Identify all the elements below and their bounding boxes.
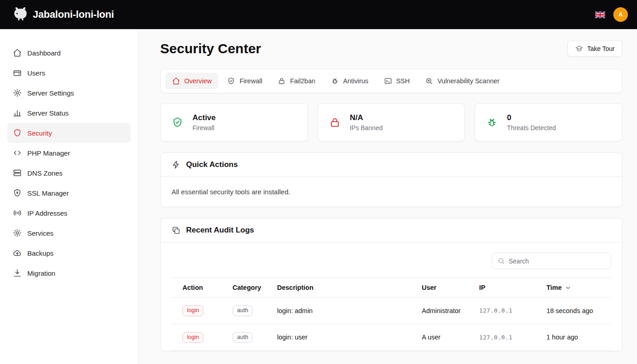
bull-logo-icon	[9, 5, 28, 24]
column-header-action: Action	[172, 278, 233, 298]
sidebar-item-backups[interactable]: Backups	[7, 243, 131, 263]
time-cell: 18 seconds ago	[546, 298, 611, 324]
shield-lock-icon	[13, 188, 22, 197]
user-cell: Administrator	[422, 298, 479, 324]
security-tabs: Overview Firewall Fail2ban Antivirus SSH…	[160, 69, 622, 93]
sidebar-item-label: Server Settings	[27, 89, 74, 97]
action-badge: login	[182, 332, 203, 343]
user-avatar[interactable]: A	[613, 7, 628, 22]
broadcast-icon	[13, 208, 22, 217]
sidebar-item-migration[interactable]: Migration	[7, 263, 131, 283]
search-box	[492, 253, 611, 269]
column-header-user: User	[422, 278, 479, 298]
quick-actions-card: Quick Actions All essential security too…	[160, 152, 622, 207]
column-header-description: Description	[277, 278, 422, 298]
code-icon	[13, 148, 22, 157]
category-badge: auth	[233, 305, 253, 316]
tab-fail2ban[interactable]: Fail2ban	[271, 73, 322, 89]
search-icon	[497, 257, 505, 265]
sidebar-item-dashboard[interactable]: Dashboard	[7, 43, 131, 63]
tab-firewall[interactable]: Firewall	[220, 73, 269, 89]
audit-logs-table: Action Category Description User IP Time	[172, 278, 611, 351]
lock-icon	[278, 77, 286, 85]
audit-logs-title: Recent Audit Logs	[186, 226, 254, 235]
user-cell: A user	[422, 324, 479, 351]
column-header-ip: IP	[479, 278, 546, 298]
gear-icon	[13, 88, 22, 97]
column-header-time-label: Time	[546, 284, 562, 291]
sidebar-item-security[interactable]: Security	[7, 123, 131, 143]
stat-card-ips-banned: N/A IPs Banned	[318, 103, 465, 142]
tab-label: Vulnerability Scanner	[437, 77, 499, 85]
take-tour-label: Take Tour	[587, 45, 615, 52]
stat-label: Threats Detected	[507, 124, 556, 131]
sidebar-item-users[interactable]: Users	[7, 63, 131, 83]
language-flag-icon[interactable]	[595, 11, 605, 18]
table-row[interactable]: login auth login: admin Administrator 12…	[172, 298, 611, 324]
category-badge: auth	[233, 332, 253, 343]
stat-label: IPs Banned	[350, 124, 383, 131]
search-input[interactable]	[509, 258, 606, 265]
table-header-row: Action Category Description User IP Time	[172, 278, 611, 298]
sidebar-item-label: DNS Zones	[27, 169, 63, 177]
sidebar-item-server-settings[interactable]: Server Settings	[7, 83, 131, 103]
lock-icon	[329, 116, 341, 128]
shield-icon	[13, 128, 22, 137]
sidebar-item-services[interactable]: Services	[7, 223, 131, 243]
stat-value: Active	[192, 113, 216, 122]
sidebar-item-label: Backups	[27, 249, 54, 257]
stat-value: 0	[507, 113, 556, 122]
tab-vulnerability-scanner[interactable]: Vulnerability Scanner	[418, 73, 506, 89]
sidebar-item-server-status[interactable]: Server Status	[7, 103, 131, 123]
sidebar-item-dns-zones[interactable]: DNS Zones	[7, 163, 131, 183]
ip-cell: 127.0.0.1	[479, 298, 546, 324]
description-cell: login: user	[277, 324, 422, 351]
tab-label: Antivirus	[343, 77, 369, 85]
stat-card-firewall: Active Firewall	[160, 103, 308, 142]
sidebar-item-label: PHP Manager	[27, 149, 70, 157]
graduation-cap-icon	[575, 45, 583, 53]
page-title: Security Center	[160, 41, 261, 56]
tab-overview[interactable]: Overview	[165, 73, 218, 89]
sidebar-item-php-manager[interactable]: PHP Manager	[7, 143, 131, 163]
tab-label: Firewall	[239, 77, 262, 85]
time-sort-control[interactable]: Time	[546, 284, 571, 291]
stat-label: Firewall	[192, 124, 216, 131]
sidebar-item-ssl-manager[interactable]: SSL Manager	[7, 183, 131, 203]
tab-antivirus[interactable]: Antivirus	[324, 73, 375, 89]
quick-actions-title: Quick Actions	[186, 160, 238, 169]
brand[interactable]: Jabaloni-loni-loni	[9, 5, 114, 24]
description-cell: login: admin	[277, 298, 422, 324]
wallet-icon	[13, 68, 22, 77]
download-icon	[13, 268, 22, 278]
tab-label: Fail2ban	[290, 77, 315, 85]
lightning-icon	[172, 160, 181, 169]
bug-icon	[331, 77, 339, 85]
scanner-icon	[425, 77, 433, 85]
time-cell: 1 hour ago	[546, 324, 611, 351]
sidebar-item-label: Users	[27, 69, 45, 77]
stat-card-threats: 0 Threats Detected	[475, 103, 622, 142]
tab-ssh[interactable]: SSH	[377, 73, 417, 89]
tab-label: SSH	[396, 77, 410, 85]
sidebar-item-label: IP Addresses	[27, 209, 67, 217]
sidebar-item-label: Server Status	[27, 109, 69, 117]
table-row[interactable]: login auth login: user A user 127.0.0.1 …	[172, 324, 611, 351]
server-icon	[13, 168, 22, 177]
sidebar-item-label: Dashboard	[27, 49, 61, 57]
shield-check-icon	[227, 77, 235, 85]
take-tour-button[interactable]: Take Tour	[567, 40, 622, 57]
sidebar-item-label: Security	[27, 129, 52, 137]
chevron-down-icon	[565, 284, 571, 291]
top-header: Jabaloni-loni-loni A	[0, 0, 637, 29]
sidebar-item-ip-addresses[interactable]: IP Addresses	[7, 203, 131, 223]
tab-label: Overview	[184, 77, 212, 85]
quick-actions-message: All essential security tools are install…	[161, 177, 622, 207]
gear-icon	[13, 228, 22, 238]
home-icon	[172, 77, 180, 85]
action-badge: login	[182, 305, 203, 316]
sidebar-item-label: SSL Manager	[27, 189, 69, 197]
shield-check-icon	[172, 116, 183, 128]
terminal-icon	[384, 77, 392, 85]
bar-chart-icon	[13, 108, 22, 117]
